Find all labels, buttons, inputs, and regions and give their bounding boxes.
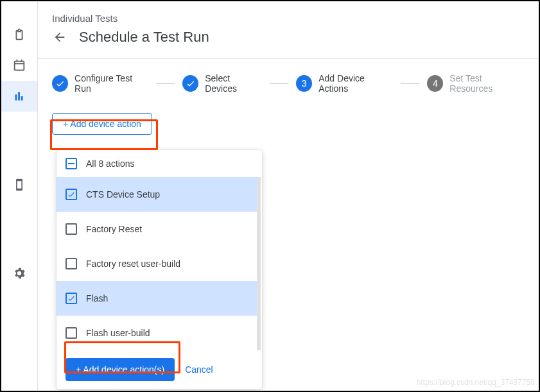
step-1[interactable]: Configure Test Run: [52, 73, 148, 94]
sidebar-item-bar-chart[interactable]: [1, 81, 37, 112]
watermark: https://blog.csdn.net/qq_37497758: [417, 378, 535, 387]
back-button[interactable]: [52, 30, 67, 45]
menu-item[interactable]: CTS Device Setup: [57, 177, 257, 212]
checkbox-checked-icon: [65, 189, 77, 200]
step-connector: [156, 83, 175, 84]
menu-item-label: Factory Reset: [86, 224, 142, 234]
step-label: Configure Test Run: [74, 73, 148, 94]
check-icon: [182, 75, 198, 92]
menu-item-label: Factory reset user-build: [86, 259, 180, 269]
step-connector: [401, 83, 419, 84]
step-number: 3: [296, 75, 312, 92]
dropdown-select-all[interactable]: All 8 actions: [57, 150, 262, 177]
cancel-button[interactable]: Cancel: [185, 364, 213, 375]
menu-item[interactable]: Flash user-build: [57, 316, 257, 350]
sidebar-item-calendar[interactable]: [1, 50, 37, 81]
menu-item[interactable]: Factory reset user-build: [57, 246, 257, 281]
check-icon: [52, 75, 68, 92]
breadcrumb-subtitle: Individual Tests: [52, 13, 525, 24]
sidebar-item-phone[interactable]: [1, 169, 37, 200]
step-number: 4: [427, 75, 443, 92]
confirm-add-actions-button[interactable]: + Add device action(s): [65, 358, 175, 381]
step-4[interactable]: 4 Set Test Resources: [427, 73, 525, 94]
device-action-dropdown: All 8 actions CTS Device Setup Factory R…: [57, 150, 262, 389]
gear-icon: [12, 266, 26, 280]
checkbox-unchecked-icon: [65, 258, 77, 269]
clipboard-icon: [12, 28, 26, 42]
checkbox-checked-icon: [65, 293, 77, 304]
step-connector: [270, 83, 288, 84]
dropdown-menu-list[interactable]: CTS Device Setup Factory Reset Factory r…: [57, 177, 261, 350]
phone-icon: [13, 178, 26, 191]
checkbox-unchecked-icon: [65, 223, 77, 235]
dropdown-header-label: All 8 actions: [86, 158, 134, 169]
stepper: Configure Test Run Select Devices 3 Add …: [38, 59, 539, 113]
menu-item[interactable]: Flash: [57, 281, 257, 316]
bar-chart-icon: [12, 89, 26, 103]
add-device-action-button[interactable]: + Add device action: [52, 113, 152, 135]
sidebar-item-settings[interactable]: [1, 258, 37, 289]
step-label: Add Device Actions: [318, 73, 393, 94]
calendar-icon: [12, 58, 26, 72]
menu-item-label: Flash user-build: [86, 328, 150, 338]
menu-item-label: CTS Device Setup: [86, 189, 160, 200]
step-3[interactable]: 3 Add Device Actions: [296, 73, 393, 94]
sidebar: [1, 1, 37, 391]
step-label: Set Test Resources: [449, 73, 525, 94]
checkbox-indeterminate-icon: [65, 158, 77, 169]
menu-item-label: Flash: [86, 293, 108, 303]
step-label: Select Devices: [205, 73, 262, 94]
step-2[interactable]: Select Devices: [182, 73, 262, 94]
menu-item[interactable]: Factory Reset: [57, 212, 257, 246]
arrow-left-icon: [53, 30, 67, 44]
page-title: Schedule a Test Run: [79, 29, 209, 46]
checkbox-unchecked-icon: [65, 327, 77, 339]
sidebar-item-clipboard[interactable]: [1, 19, 37, 50]
